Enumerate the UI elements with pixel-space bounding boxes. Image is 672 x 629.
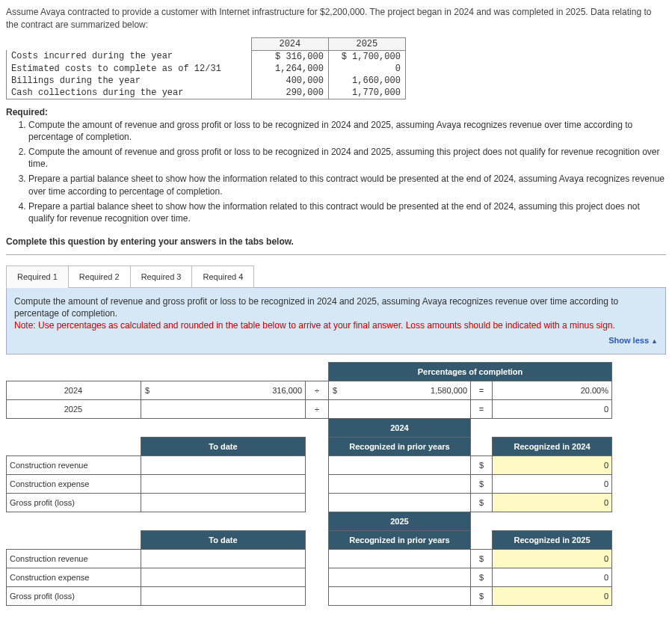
cell: 290,000 — [251, 87, 328, 99]
answer-table: Percentages of completion 2024 $ 316,000… — [6, 362, 612, 606]
cell: 1,770,000 — [328, 87, 405, 99]
section-2024-header: 2024 — [329, 418, 471, 437]
equals-sign: = — [471, 399, 493, 418]
prior-rev-2025[interactable] — [329, 549, 471, 568]
line-label: Construction revenue — [7, 549, 141, 568]
divide-symbol: ÷ — [306, 399, 329, 418]
pct-output-2024[interactable]: 20.00% — [493, 381, 612, 399]
total-cost-input-2024[interactable]: $ 1,580,000 — [329, 381, 471, 399]
cost-input-2025[interactable] — [141, 399, 306, 418]
prior-exp-2024[interactable] — [329, 474, 471, 493]
dollar-sign: $ — [333, 386, 337, 395]
section-2025-header: 2025 — [329, 512, 471, 530]
equals-sign: = — [471, 381, 493, 399]
cell: 0 — [328, 63, 405, 75]
tab-required-2[interactable]: Required 2 — [68, 266, 131, 288]
todate-gp-2025[interactable] — [141, 586, 306, 605]
todate-exp-2024[interactable] — [141, 474, 306, 493]
todate-rev-2024[interactable] — [141, 455, 306, 474]
rec-rev-2024[interactable]: 0 — [493, 455, 612, 474]
cell: 400,000 — [251, 75, 328, 87]
todate-rev-2025[interactable] — [141, 549, 306, 568]
to-date-header: To date — [141, 530, 306, 549]
row-label: Cash collections during the year — [7, 87, 252, 99]
tab-required-4[interactable]: Required 4 — [191, 266, 254, 288]
complete-instruction: Complete this question by entering your … — [6, 232, 666, 255]
chevron-up-icon: ▲ — [651, 337, 658, 345]
recognized-2025-header: Recognized in 2025 — [493, 530, 612, 549]
row-label: Costs incurred during the year — [7, 50, 252, 63]
line-label: Gross profit (loss) — [7, 493, 141, 512]
rec-exp-2024[interactable]: 0 — [493, 474, 612, 493]
requirements-list: Compute the amount of revenue and gross … — [28, 119, 666, 225]
tab-bar: Required 1 Required 2 Required 3 Require… — [6, 266, 666, 288]
col-2025: 2025 — [328, 37, 405, 50]
total-cost-input-2025[interactable] — [329, 399, 471, 418]
todate-gp-2024[interactable] — [141, 493, 306, 512]
todate-exp-2025[interactable] — [141, 568, 306, 586]
prior-gp-2024[interactable] — [329, 493, 471, 512]
prior-years-2025-header: Recognized in prior years — [329, 530, 471, 549]
instruction-note: Note: Use percentages as calculated and … — [14, 320, 615, 331]
row-label: Estimated costs to complete as of 12/31 — [7, 63, 252, 75]
prior-rev-2024[interactable] — [329, 455, 471, 474]
tab-instructions: Compute the amount of revenue and gross … — [6, 287, 666, 354]
rec-exp-2025[interactable]: 0 — [493, 568, 612, 586]
line-label: Construction expense — [7, 474, 141, 493]
tab-required-3[interactable]: Required 3 — [130, 266, 193, 288]
dollar-sign: $ — [471, 586, 493, 605]
divide-symbol: ÷ — [306, 381, 329, 399]
year-label-2025: 2025 — [7, 399, 141, 418]
line-label: Construction revenue — [7, 455, 141, 474]
cell: 1,264,000 — [251, 63, 328, 75]
row-label: Billings during the year — [7, 75, 252, 87]
rec-rev-2025[interactable]: 0 — [493, 549, 612, 568]
show-less-toggle[interactable]: Show less ▲ — [14, 335, 658, 346]
cost-value: 316,000 — [272, 386, 302, 395]
given-data-table: 2024 2025 Costs incurred during the year… — [6, 37, 406, 99]
year-label-2024: 2024 — [7, 381, 141, 399]
col-2024: 2024 — [251, 37, 328, 50]
cell: $ 1,700,000 — [328, 50, 405, 63]
dollar-sign: $ — [145, 386, 149, 395]
total-value: 1,580,000 — [431, 386, 467, 395]
dollar-sign: $ — [471, 493, 493, 512]
tab-required-1[interactable]: Required 1 — [6, 266, 69, 288]
cost-input-2024[interactable]: $ 316,000 — [141, 381, 306, 399]
requirement-item: Compute the amount of revenue and gross … — [28, 119, 666, 143]
dollar-sign: $ — [471, 474, 493, 493]
line-label: Construction expense — [7, 568, 141, 586]
dollar-sign: $ — [471, 549, 493, 568]
cell: 1,660,000 — [328, 75, 405, 87]
to-date-header: To date — [141, 437, 306, 455]
cell: $ 316,000 — [251, 50, 328, 63]
pct-output-2025[interactable]: 0 — [493, 399, 612, 418]
requirement-item: Compute the amount of revenue and gross … — [28, 146, 666, 170]
pct-header: Percentages of completion — [329, 362, 612, 381]
rec-gp-2025[interactable]: 0 — [493, 586, 612, 605]
dollar-sign: $ — [471, 455, 493, 474]
problem-intro: Assume Avaya contracted to provide a cus… — [6, 6, 666, 31]
rec-gp-2024[interactable]: 0 — [493, 493, 612, 512]
prior-gp-2025[interactable] — [329, 586, 471, 605]
requirement-item: Prepare a partial balance sheet to show … — [28, 200, 666, 224]
recognized-2024-header: Recognized in 2024 — [493, 437, 612, 455]
prior-exp-2025[interactable] — [329, 568, 471, 586]
show-less-label: Show less — [608, 336, 649, 345]
prior-years-2024-header: Recognized in prior years — [329, 437, 471, 455]
instruction-text: Compute the amount of revenue and gross … — [14, 296, 618, 319]
dollar-sign: $ — [471, 568, 493, 586]
line-label: Gross profit (loss) — [7, 586, 141, 605]
requirement-item: Prepare a partial balance sheet to show … — [28, 173, 666, 197]
required-heading: Required: — [6, 107, 666, 117]
